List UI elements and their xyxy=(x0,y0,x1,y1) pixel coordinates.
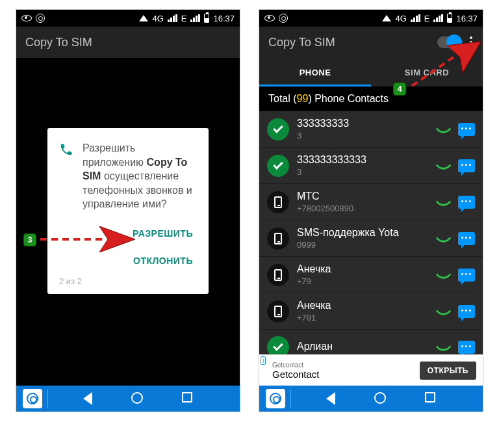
contact-name: 333333333 xyxy=(297,118,429,129)
call-icon[interactable] xyxy=(437,341,450,354)
network-label: 4G xyxy=(152,14,163,23)
message-icon[interactable] xyxy=(458,159,475,172)
signal-bars-icon xyxy=(168,14,177,22)
contact-row[interactable]: 3333333333 xyxy=(259,111,483,148)
contact-number: 3 xyxy=(297,167,429,177)
app-title: Copy To SIM xyxy=(25,36,231,49)
allow-button[interactable]: РАЗРЕШИТЬ xyxy=(129,226,197,241)
phone-icon xyxy=(59,142,73,157)
message-icon[interactable] xyxy=(458,269,475,282)
contact-number: 3 xyxy=(297,131,429,140)
selected-check-icon xyxy=(267,118,289,140)
home-button[interactable] xyxy=(374,392,386,404)
call-icon[interactable] xyxy=(437,232,450,245)
battery-icon xyxy=(447,14,452,23)
message-icon[interactable] xyxy=(458,196,475,209)
call-icon[interactable] xyxy=(437,123,450,136)
contact-list[interactable]: 33333333333333333333333МТС+78002500890SM… xyxy=(259,111,483,367)
contact-row[interactable]: Анечка+79 xyxy=(259,257,483,293)
status-bar: 4G E 16:37 xyxy=(16,10,240,27)
signal-bars2-icon xyxy=(433,14,443,22)
clock: 16:37 xyxy=(456,14,478,23)
svg-line-2 xyxy=(412,57,454,86)
contact-name: SMS-поддержка Yota xyxy=(297,227,429,239)
contact-name: 333333333333 xyxy=(297,154,429,166)
contact-name: Анечка xyxy=(297,263,429,275)
selected-check-icon xyxy=(267,155,289,177)
dialog-message: Разрешить приложению Copy To SIM осущест… xyxy=(83,141,197,211)
step-badge-3: 3 xyxy=(23,233,36,246)
contact-row[interactable]: 3333333333333 xyxy=(259,148,483,184)
clock: 16:37 xyxy=(213,14,235,23)
teamviewer-status-icon xyxy=(36,14,45,23)
back-button[interactable] xyxy=(326,392,335,405)
teamviewer-nav-icon[interactable] xyxy=(23,389,42,408)
contact-number: +79 xyxy=(297,276,429,286)
network-extra: E xyxy=(424,14,430,23)
network-extra: E xyxy=(181,14,187,23)
signal-bars2-icon xyxy=(190,14,200,22)
wifi-icon xyxy=(139,15,148,21)
dialog-page-counter: 2 из 2 xyxy=(59,276,197,286)
step-badge-4: 4 xyxy=(393,83,406,96)
navigation-bar xyxy=(259,386,483,412)
ad-subtitle: Getcontact xyxy=(272,362,420,369)
message-icon[interactable] xyxy=(458,341,475,354)
recents-button[interactable] xyxy=(425,392,435,402)
callout-arrow-3 xyxy=(38,222,135,255)
contact-row[interactable]: Анечка+791 xyxy=(259,293,483,330)
tab-phone[interactable]: PHONE xyxy=(259,58,371,86)
ad-banner[interactable]: i Getcontact Getcontact ОТКРЫТЬ xyxy=(259,354,483,386)
navigation-bar xyxy=(16,386,240,412)
contact-number: 0999 xyxy=(297,240,429,250)
ad-open-button[interactable]: ОТКРЫТЬ xyxy=(420,362,476,380)
svg-marker-1 xyxy=(99,226,135,252)
device-icon xyxy=(267,191,289,213)
message-icon[interactable] xyxy=(458,305,475,318)
contact-name: Анечка xyxy=(297,300,429,311)
home-button[interactable] xyxy=(131,392,143,404)
callout-arrow-4 xyxy=(408,38,486,90)
recents-button[interactable] xyxy=(182,392,192,402)
eye-icon xyxy=(21,15,32,21)
app-bar: Copy To SIM xyxy=(16,27,240,58)
contact-number: +78002500890 xyxy=(297,204,429,213)
message-icon[interactable] xyxy=(458,232,475,245)
status-bar: 4G E 16:37 xyxy=(259,10,483,27)
contact-row[interactable]: МТС+78002500890 xyxy=(259,184,483,220)
call-icon[interactable] xyxy=(437,305,450,318)
ad-info-icon[interactable]: i xyxy=(261,356,266,365)
teamviewer-nav-icon[interactable] xyxy=(266,389,285,408)
device-icon xyxy=(267,300,289,323)
deny-button[interactable]: ОТКЛОНИТЬ xyxy=(129,253,197,269)
call-icon[interactable] xyxy=(437,196,450,209)
contact-row[interactable]: SMS-поддержка Yota0999 xyxy=(259,220,483,257)
teamviewer-status-icon xyxy=(279,14,288,23)
wifi-icon xyxy=(382,15,391,21)
ad-title: Getcontact xyxy=(272,369,420,380)
message-icon[interactable] xyxy=(458,123,475,136)
signal-bars-icon xyxy=(411,14,420,22)
device-icon xyxy=(267,228,289,250)
eye-icon xyxy=(264,15,275,21)
network-label: 4G xyxy=(395,14,406,23)
battery-icon xyxy=(204,14,209,23)
contact-name: Арлиан xyxy=(297,341,429,352)
contact-name: МТС xyxy=(297,191,429,202)
device-icon xyxy=(267,264,289,286)
call-icon[interactable] xyxy=(437,269,450,282)
total-contacts-row: Total (99) Phone Contacts xyxy=(259,86,483,111)
contact-number: +791 xyxy=(297,313,429,323)
phone-mockup-left: 4G E 16:37 Copy To SIM Разрешить приложе… xyxy=(16,9,240,412)
call-icon[interactable] xyxy=(437,159,450,172)
permission-dialog: Разрешить приложению Copy To SIM осущест… xyxy=(47,128,209,294)
back-button[interactable] xyxy=(83,392,92,405)
